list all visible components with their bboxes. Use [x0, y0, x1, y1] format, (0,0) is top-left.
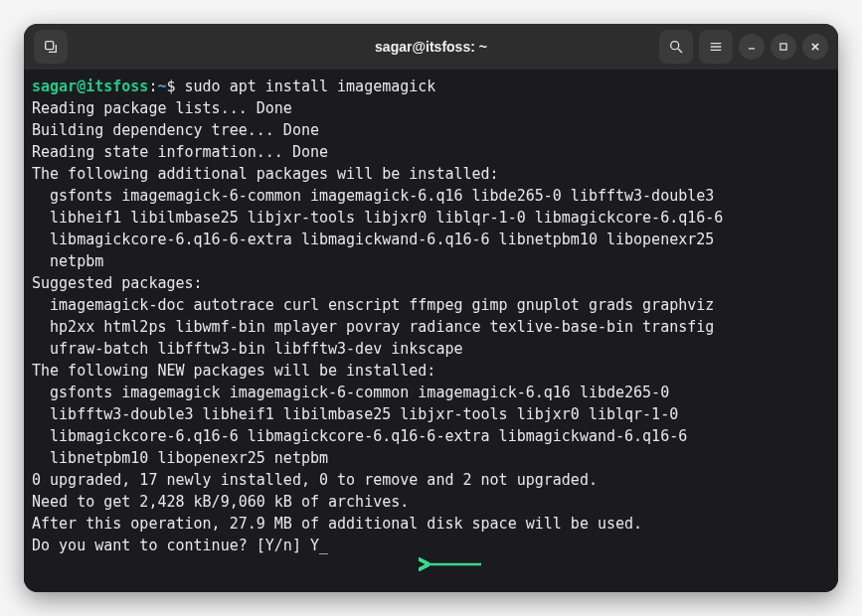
- output-line: hp2xx html2ps libwmf-bin mplayer povray …: [32, 318, 714, 336]
- svg-rect-0: [46, 42, 54, 50]
- minimize-icon: [747, 42, 757, 52]
- output-line: libmagickcore-6.q16-6 libmagickcore-6.q1…: [32, 427, 687, 445]
- output-line: libnetpbm10 libopenexr25 netpbm: [32, 449, 328, 467]
- window-title: sagar@itsfoss: ~: [375, 39, 487, 55]
- titlebar-left: [34, 30, 68, 64]
- new-tab-button[interactable]: [34, 30, 68, 64]
- output-line: Do you want to continue? [Y/n]: [32, 537, 310, 554]
- output-line: gsfonts imagemagick-6-common imagemagick…: [32, 187, 714, 205]
- terminal-content[interactable]: sagar@itsfoss:~$ sudo apt install imagem…: [24, 70, 838, 592]
- output-line: libfftw3-double3 libheif1 libilmbase25 l…: [32, 405, 678, 423]
- output-line: The following additional packages will b…: [32, 165, 499, 183]
- output-line: netpbm: [32, 252, 103, 270]
- output-line: Reading state information... Done: [32, 143, 328, 161]
- close-icon: [810, 42, 820, 52]
- menu-button[interactable]: [699, 30, 733, 64]
- minimize-button[interactable]: [739, 34, 765, 60]
- command-text: sudo apt install imagemagick: [185, 77, 436, 95]
- prompt-dollar: $: [166, 77, 184, 95]
- output-line: Suggested packages:: [32, 274, 203, 292]
- search-icon: [668, 39, 684, 55]
- new-tab-icon: [43, 39, 59, 55]
- user-input: Y: [310, 537, 319, 554]
- output-line: After this operation, 27.9 MB of additio…: [32, 515, 642, 533]
- output-line: libheif1 libilmbase25 libjxr-tools libjx…: [32, 209, 723, 227]
- maximize-icon: [778, 42, 788, 52]
- output-line: Reading package lists... Done: [32, 99, 292, 117]
- titlebar-right: [659, 30, 828, 64]
- output-line: gsfonts imagemagick imagemagick-6-common…: [32, 384, 669, 401]
- svg-rect-7: [780, 44, 786, 50]
- output-line: imagemagick-doc autotrace curl enscript …: [32, 296, 714, 314]
- arrow-annotation: [401, 534, 465, 547]
- prompt-user-host: sagar@itsfoss: [32, 77, 148, 95]
- output-line: Building dependency tree... Done: [32, 121, 319, 139]
- titlebar: sagar@itsfoss: ~: [24, 24, 838, 70]
- output-line: 0 upgraded, 17 newly installed, 0 to rem…: [32, 471, 598, 489]
- svg-line-2: [678, 49, 682, 53]
- output-line: libmagickcore-6.q16-6-extra libmagickwan…: [32, 231, 714, 248]
- output-line: The following NEW packages will be insta…: [32, 362, 435, 380]
- hamburger-icon: [708, 39, 724, 55]
- cursor: _: [319, 537, 328, 554]
- terminal-window: sagar@itsfoss: ~ sagar@itsfoss:~$ sudo a…: [24, 24, 838, 592]
- svg-point-1: [671, 42, 679, 50]
- output-line: ufraw-batch libfftw3-bin libfftw3-dev in…: [32, 340, 462, 358]
- close-button[interactable]: [802, 34, 828, 60]
- search-button[interactable]: [659, 30, 693, 64]
- maximize-button[interactable]: [771, 34, 796, 60]
- output-line: Need to get 2,428 kB/9,060 kB of archive…: [32, 493, 409, 511]
